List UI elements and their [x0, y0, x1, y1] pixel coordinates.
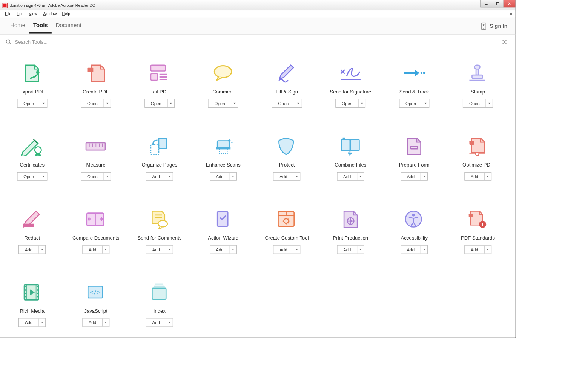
fill-sign-icon[interactable]	[273, 63, 300, 84]
maximize-button[interactable]	[492, 0, 504, 7]
minimize-button[interactable]	[480, 0, 492, 7]
add-button[interactable]: Add	[83, 246, 103, 254]
tab-document[interactable]: Document	[52, 19, 85, 34]
chevron-down-icon[interactable]	[166, 318, 173, 326]
print-prod-icon[interactable]	[337, 208, 364, 229]
chevron-down-icon[interactable]	[231, 99, 238, 107]
tab-tools[interactable]: Tools	[29, 19, 52, 34]
menu-window[interactable]: Window	[40, 11, 59, 17]
index-icon[interactable]	[146, 281, 173, 302]
chevron-down-icon[interactable]	[39, 246, 46, 254]
open-button[interactable]: Open	[209, 99, 231, 107]
organize-icon[interactable]	[146, 136, 173, 157]
chevron-down-icon[interactable]	[39, 318, 46, 326]
chevron-down-icon[interactable]	[104, 173, 111, 180]
redact-icon[interactable]	[19, 208, 45, 229]
comment-icon[interactable]	[210, 63, 236, 84]
add-button[interactable]: Add	[210, 246, 230, 254]
add-button[interactable]: Add	[401, 173, 421, 180]
export-pdf-icon[interactable]	[19, 63, 45, 84]
menu-file[interactable]: File	[2, 11, 14, 17]
open-button[interactable]: Open	[272, 99, 295, 107]
pdf-standards-icon[interactable]	[465, 208, 491, 229]
chevron-down-icon[interactable]	[166, 246, 173, 254]
chevron-down-icon[interactable]	[103, 318, 109, 326]
accessibility-icon[interactable]	[401, 208, 427, 229]
prepare-form-icon[interactable]	[401, 136, 427, 157]
action-wizard-icon[interactable]	[210, 208, 236, 229]
chevron-down-icon[interactable]	[103, 246, 109, 254]
open-button[interactable]: Open	[336, 99, 358, 107]
chevron-down-icon[interactable]	[485, 246, 491, 254]
enhance-icon[interactable]	[210, 136, 236, 157]
document-close-icon[interactable]: ✕	[509, 11, 513, 16]
measure-icon[interactable]	[83, 136, 109, 157]
send-comments-icon[interactable]	[146, 208, 173, 229]
edit-pdf-icon[interactable]	[146, 63, 173, 84]
combine-icon[interactable]	[337, 136, 364, 157]
close-button[interactable]	[504, 0, 516, 7]
open-button[interactable]: Open	[399, 99, 422, 107]
add-button[interactable]: Add	[210, 173, 230, 180]
rich-media-icon[interactable]	[19, 281, 45, 302]
search-input[interactable]	[15, 39, 499, 44]
open-button[interactable]: Open	[81, 173, 104, 180]
add-button[interactable]: Add	[401, 246, 421, 254]
compare-icon[interactable]	[83, 208, 109, 229]
stamp-icon[interactable]	[465, 63, 491, 84]
chevron-down-icon[interactable]	[422, 99, 429, 107]
signin-link[interactable]: Sign In	[490, 23, 508, 29]
add-button[interactable]: Add	[465, 173, 485, 180]
chevron-down-icon[interactable]	[357, 173, 364, 180]
custom-tool-icon[interactable]	[273, 208, 300, 229]
chevron-down-icon[interactable]	[230, 173, 236, 180]
add-button[interactable]: Add	[146, 246, 166, 254]
send-track-icon[interactable]	[401, 63, 427, 84]
chevron-down-icon[interactable]	[485, 173, 491, 180]
chevron-down-icon[interactable]	[293, 246, 300, 254]
add-button[interactable]: Add	[83, 318, 103, 326]
menu-help[interactable]: Help	[59, 11, 73, 17]
chevron-down-icon[interactable]	[357, 246, 364, 254]
add-button[interactable]: Add	[273, 173, 293, 180]
menu-view[interactable]: View	[26, 11, 40, 17]
chevron-down-icon[interactable]	[167, 99, 174, 107]
open-button[interactable]: Open	[17, 99, 40, 107]
chevron-down-icon[interactable]	[295, 99, 302, 107]
tools-content[interactable]: Export PDFOpenCreate PDFOpenEdit PDFOpen…	[0, 49, 515, 338]
protect-icon[interactable]	[273, 136, 300, 157]
add-button[interactable]: Add	[337, 173, 357, 180]
add-button[interactable]: Add	[146, 173, 166, 180]
chevron-down-icon[interactable]	[421, 173, 428, 180]
add-button[interactable]: Add	[337, 246, 357, 254]
javascript-icon[interactable]	[83, 281, 109, 302]
add-button[interactable]: Add	[273, 246, 293, 254]
tool-label: Rich Media	[20, 308, 45, 313]
chevron-down-icon[interactable]	[293, 173, 300, 180]
search-clear-icon[interactable]: ✕	[499, 38, 510, 46]
chevron-down-icon[interactable]	[104, 99, 111, 107]
open-button[interactable]: Open	[81, 99, 104, 107]
chevron-down-icon[interactable]	[40, 99, 47, 107]
chevron-down-icon[interactable]	[166, 173, 173, 180]
add-button[interactable]: Add	[465, 246, 485, 254]
send-sig-icon[interactable]	[337, 63, 364, 84]
open-button[interactable]: Open	[17, 173, 40, 180]
add-button[interactable]: Add	[19, 246, 39, 254]
chevron-down-icon[interactable]	[40, 173, 47, 180]
tool-fill-sign: Fill & SignOpen	[255, 63, 319, 108]
chevron-down-icon[interactable]	[486, 99, 493, 107]
certificates-icon[interactable]	[19, 136, 45, 157]
chevron-down-icon[interactable]	[421, 246, 428, 254]
add-button[interactable]: Add	[19, 318, 39, 326]
menu-edit[interactable]: Edit	[14, 11, 26, 17]
add-button[interactable]: Add	[146, 318, 166, 326]
open-button[interactable]: Open	[463, 99, 486, 107]
open-button[interactable]: Open	[145, 99, 167, 107]
chevron-down-icon[interactable]	[359, 99, 365, 107]
create-pdf-icon[interactable]	[83, 63, 109, 84]
mobile-link-icon[interactable]	[481, 22, 487, 29]
tab-home[interactable]: Home	[6, 19, 29, 34]
optimize-icon[interactable]	[465, 136, 491, 157]
chevron-down-icon[interactable]	[230, 246, 236, 254]
